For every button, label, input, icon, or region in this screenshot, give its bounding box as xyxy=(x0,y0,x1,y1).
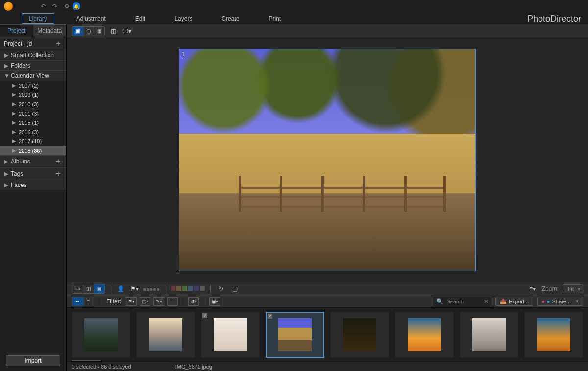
sidebar: Project Metadata Project - jd + ▶Smart C… xyxy=(0,24,67,371)
export-button[interactable]: 📤Export... xyxy=(495,297,533,306)
thumb-sunset[interactable] xyxy=(136,312,195,358)
year-2007[interactable]: ▶2007 (2) xyxy=(0,81,66,90)
project-tree: ▶Smart Collection▶Folders▼Calendar View▶… xyxy=(0,50,66,351)
filter-color-icon[interactable]: ▢▾ xyxy=(140,297,150,306)
preview-index: 1 xyxy=(181,50,185,58)
thumb-large-icon[interactable]: ▪▪ xyxy=(72,297,83,306)
layout-3-icon[interactable]: ▤ xyxy=(94,284,104,293)
project-header-row: Project - jd + xyxy=(0,37,66,50)
crop-info-icon[interactable]: ▢ xyxy=(229,284,240,293)
menu-adjustment[interactable]: Adjustment xyxy=(69,13,113,24)
view-grid-icon[interactable]: ▦ xyxy=(94,27,104,36)
app-name: PhotoDirector xyxy=(527,14,581,24)
filter-edit-icon[interactable]: ✎▾ xyxy=(153,297,164,306)
layout-1-icon[interactable]: ▭ xyxy=(72,284,83,293)
menu-print[interactable]: Print xyxy=(261,13,288,24)
sort-icon[interactable]: ⇵▾ xyxy=(188,297,199,306)
app-logo-icon xyxy=(4,2,13,11)
year-2010[interactable]: ▶2010 (3) xyxy=(0,99,66,109)
color-label-picker[interactable] xyxy=(170,285,205,292)
display-icon[interactable]: 🖵▾ xyxy=(122,27,132,36)
import-button[interactable]: Import xyxy=(6,355,60,366)
preview-area[interactable]: 1 xyxy=(67,38,588,282)
tab-project[interactable]: Project xyxy=(0,24,33,37)
menu-library[interactable]: Library xyxy=(22,13,54,24)
filter-label: Filter: xyxy=(106,298,121,305)
filter-flag-icon[interactable]: ⚑▾ xyxy=(126,297,137,306)
view-single-icon[interactable]: ▣ xyxy=(72,27,83,36)
tree-calendar-view[interactable]: ▼Calendar View xyxy=(0,70,66,81)
thumbnail-strip[interactable]: ⤢⤢ xyxy=(67,307,588,361)
export-icon: 📤 xyxy=(500,298,507,304)
rotate-icon[interactable]: ↻ xyxy=(216,284,226,293)
flag-icon[interactable]: ⚑▾ xyxy=(129,284,140,293)
year-2009[interactable]: ▶2009 (1) xyxy=(0,90,66,99)
redo-icon[interactable]: ↷ xyxy=(51,2,59,10)
project-title: Project - jd xyxy=(4,40,32,47)
titlebar: ↶ ↷ ⚙ 🔔 xyxy=(0,0,588,13)
thumb-night[interactable] xyxy=(330,312,389,358)
list-menu-icon[interactable]: ≡▾ xyxy=(527,284,538,293)
add-project-icon[interactable]: + xyxy=(54,39,62,48)
thumb-cat[interactable] xyxy=(460,312,518,358)
thumb-fence[interactable]: ⤢ xyxy=(266,312,324,358)
sidebar-tabs: Project Metadata xyxy=(0,24,66,37)
filename-status: IMG_6671.jpeg xyxy=(175,364,212,370)
main-menu: LibraryAdjustmentEditLayersCreatePrint P… xyxy=(0,13,588,24)
thumb-list-icon[interactable]: ≡ xyxy=(83,297,94,306)
menu-edit[interactable]: Edit xyxy=(128,13,153,24)
face-tag-icon[interactable]: 👤 xyxy=(115,284,126,293)
share-button[interactable]: ●●Share...▾ xyxy=(537,297,583,306)
status-bar: 1 selected - 86 displayed IMG_6671.jpeg xyxy=(67,361,588,371)
tree-albums[interactable]: ▶Albums+ xyxy=(0,155,66,167)
stack-icon[interactable]: ▣▾ xyxy=(209,297,220,306)
tab-metadata[interactable]: Metadata xyxy=(33,24,67,37)
thumb-people[interactable]: ⤢ xyxy=(201,312,260,358)
zoom-label: Zoom: xyxy=(542,285,559,292)
compare-icon[interactable]: ◫ xyxy=(108,27,119,36)
layout-2-icon[interactable]: ◫ xyxy=(83,284,94,293)
year-2017[interactable]: ▶2017 (10) xyxy=(0,137,66,146)
thumb-coast[interactable] xyxy=(72,312,130,358)
menu-create[interactable]: Create xyxy=(214,13,246,24)
filter-more-icon[interactable]: ⋯ xyxy=(167,297,178,306)
menu-layers[interactable]: Layers xyxy=(167,13,199,24)
search-box[interactable]: 🔍 ✕ xyxy=(433,297,491,306)
add-icon[interactable]: + xyxy=(54,169,62,178)
search-input[interactable] xyxy=(446,299,481,304)
add-icon[interactable]: + xyxy=(54,157,62,166)
settings-gear-icon[interactable]: ⚙ xyxy=(63,2,71,10)
rating-dots[interactable] xyxy=(143,285,160,292)
year-2018[interactable]: ▶2018 (86) xyxy=(0,146,66,155)
zoom-select[interactable]: Fit xyxy=(563,284,583,293)
thumb-box2[interactable] xyxy=(524,312,583,358)
tree-faces[interactable]: ▶Faces xyxy=(0,180,66,190)
scrollbar[interactable] xyxy=(72,360,170,361)
mid-toolbar: ▭ ◫ ▤ 👤 ⚑▾ ↻ ▢ ≡▾ Zoom: Fit xyxy=(67,282,588,295)
resize-badge-icon: ⤢ xyxy=(268,314,272,319)
filter-toolbar: ▪▪ ≡ Filter: ⚑▾ ▢▾ ✎▾ ⋯ ⇵▾ ▣▾ 🔍 ✕ 📤Expor… xyxy=(67,295,588,307)
view-toolbar: ▣ ▢ ▦ ◫ 🖵▾ xyxy=(67,24,588,38)
year-2016[interactable]: ▶2016 (3) xyxy=(0,127,66,137)
tree-folders[interactable]: ▶Folders xyxy=(0,60,66,70)
view-photo-icon[interactable]: ▢ xyxy=(83,27,94,36)
notification-bell-icon[interactable]: 🔔 xyxy=(73,2,80,10)
resize-badge-icon: ⤢ xyxy=(202,313,207,318)
year-2015[interactable]: ▶2015 (1) xyxy=(0,118,66,127)
undo-icon[interactable]: ↶ xyxy=(39,2,47,10)
view-mode-group: ▣ ▢ ▦ xyxy=(72,26,105,36)
search-icon: 🔍 xyxy=(436,298,443,305)
preview-image[interactable]: 1 xyxy=(179,49,476,271)
selection-status: 1 selected - 86 displayed xyxy=(72,364,131,370)
tree-smart-collection[interactable]: ▶Smart Collection xyxy=(0,50,66,60)
thumb-box1[interactable] xyxy=(395,312,454,358)
main-panel: ▣ ▢ ▦ ◫ 🖵▾ xyxy=(67,24,588,371)
year-2011[interactable]: ▶2011 (3) xyxy=(0,109,66,118)
tree-tags[interactable]: ▶Tags+ xyxy=(0,167,66,180)
clear-search-icon[interactable]: ✕ xyxy=(484,298,489,305)
